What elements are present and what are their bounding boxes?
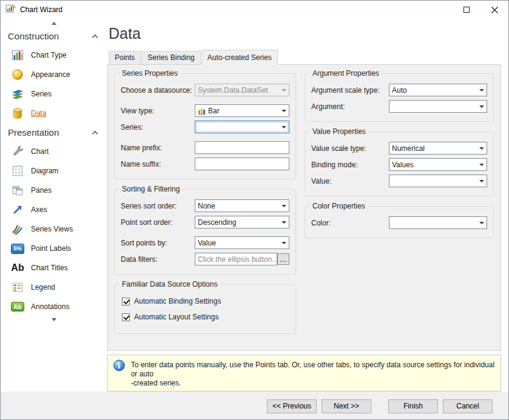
sort-by-combo[interactable]: Value xyxy=(195,236,289,249)
view-type-combo[interactable]: Bar xyxy=(195,104,289,117)
sidebar-item-label: Panes xyxy=(31,186,52,195)
previous-button[interactable]: << Previous xyxy=(267,399,317,413)
tab-points[interactable]: Points xyxy=(109,51,141,65)
point-labels-badge: 5% xyxy=(13,245,21,252)
binding-mode-combo[interactable]: Values xyxy=(389,158,487,171)
sidebar-item-legend[interactable]: Legend xyxy=(1,278,107,297)
name-prefix-input[interactable] xyxy=(195,141,289,154)
series-combo[interactable] xyxy=(195,121,289,133)
window-body: Construction Chart Type Appearance xyxy=(1,19,508,392)
annotations-icon-text: Ab xyxy=(13,304,21,310)
value-scale-label: Value scale type: xyxy=(311,144,389,153)
info-text-line2: -created series. xyxy=(131,379,181,387)
sidebar-item-chart-type[interactable]: Chart Type xyxy=(1,45,107,65)
data-icon xyxy=(10,106,25,121)
dropdown-icon xyxy=(477,175,487,187)
argument-row: Argument: xyxy=(311,100,487,113)
series-views-icon xyxy=(10,222,25,236)
sidebar-item-chart-titles[interactable]: Ab Chart Titles xyxy=(1,258,107,278)
sidebar-item-point-labels[interactable]: 5% Point Labels xyxy=(1,239,107,258)
cancel-button[interactable]: Cancel xyxy=(443,399,493,413)
sidebar-item-label: Annotations xyxy=(31,302,69,311)
sidebar-item-series[interactable]: Series xyxy=(1,84,107,104)
chart-wizard-app-icon xyxy=(5,4,16,16)
scroll-down-icon xyxy=(52,318,56,321)
maximize-icon xyxy=(463,7,470,13)
series-sort-combo[interactable]: None xyxy=(195,199,289,212)
automatic-binding-checkbox[interactable] xyxy=(122,298,130,305)
sidebar-item-panes[interactable]: Panes xyxy=(1,181,107,200)
argument-scale-row: Argument scale type: Auto xyxy=(311,84,487,96)
close-button[interactable] xyxy=(480,1,508,19)
series-icon xyxy=(10,87,25,101)
dropdown-icon xyxy=(477,142,487,154)
sidebar-item-series-views[interactable]: Series Views xyxy=(1,219,107,239)
dropdown-icon xyxy=(279,105,289,116)
data-filters-box[interactable]: Click the ellipsis button… xyxy=(195,253,277,265)
datasource-value: System.Data.DataSet xyxy=(198,86,268,95)
name-prefix-label: Name prefix: xyxy=(121,144,195,152)
value-combo[interactable] xyxy=(389,175,487,187)
sidebar-item-data[interactable]: Data xyxy=(1,104,107,123)
series-sort-label: Series sort order: xyxy=(121,202,195,210)
wrench-icon xyxy=(10,144,25,159)
dropdown-icon xyxy=(477,101,487,112)
binding-mode-label: Binding mode: xyxy=(311,161,389,169)
maximize-button[interactable] xyxy=(453,1,480,19)
sidebar-item-label: Data xyxy=(31,109,46,118)
group-title: Value Properties xyxy=(310,127,368,136)
sort-by-value: Value xyxy=(198,239,216,247)
info-bar: To enter data points manually, use the P… xyxy=(107,355,501,392)
group-title: Sorting & Filtering xyxy=(120,185,182,193)
dropdown-icon xyxy=(279,200,289,212)
chart-type-icon xyxy=(10,48,25,62)
data-filters-label: Data filters: xyxy=(121,255,195,264)
section-presentation[interactable]: Presentation xyxy=(1,123,107,142)
section-construction[interactable]: Construction xyxy=(1,27,107,45)
tab-auto-created-series[interactable]: Auto-created Series xyxy=(201,50,278,65)
window-title: Chart Wizard xyxy=(20,5,62,14)
titlebar: Chart Wizard xyxy=(1,1,508,19)
sidebar-item-annotations[interactable]: Ab Annotations xyxy=(1,297,107,316)
appearance-icon xyxy=(10,67,25,82)
series-sort-row: Series sort order: None xyxy=(121,199,289,212)
name-suffix-input[interactable] xyxy=(195,158,289,170)
next-button[interactable]: Next >> xyxy=(322,399,371,413)
dropdown-icon xyxy=(279,216,289,228)
sidebar-scroll-down[interactable] xyxy=(1,316,107,323)
sidebar-item-label: Point Labels xyxy=(31,244,71,253)
value-scale-combo[interactable]: Numerical xyxy=(389,142,487,155)
color-combo[interactable] xyxy=(389,216,487,229)
ellipsis-button[interactable]: … xyxy=(277,253,289,265)
tab-series-binding[interactable]: Series Binding xyxy=(141,51,200,65)
point-sort-value: Descending xyxy=(198,218,236,227)
sidebar-scroll-up[interactable] xyxy=(1,20,107,27)
sort-by-label: Sort points by: xyxy=(121,239,195,247)
argument-scale-combo[interactable]: Auto xyxy=(389,84,487,96)
sidebar-item-appearance[interactable]: Appearance xyxy=(1,65,107,84)
chart-titles-icon: Ab xyxy=(10,261,25,275)
view-type-label: View type: xyxy=(121,107,195,115)
point-sort-combo[interactable]: Descending xyxy=(195,216,289,228)
dropdown-icon xyxy=(477,217,487,228)
automatic-layout-checkbox[interactable] xyxy=(122,313,130,321)
argument-scale-value: Auto xyxy=(392,86,407,95)
sidebar-item-label: Chart Titles xyxy=(31,264,68,272)
name-suffix-row: Name suffix: xyxy=(121,158,289,170)
sidebar-item-diagram[interactable]: Diagram xyxy=(1,161,107,181)
finish-button[interactable]: Finish xyxy=(388,399,438,413)
argument-combo[interactable] xyxy=(389,100,487,113)
automatic-binding-label: Automatic Binding Settings xyxy=(134,297,221,305)
view-type-value: Bar xyxy=(208,107,220,115)
sidebar-item-chart[interactable]: Chart xyxy=(1,142,107,161)
value-label: Value: xyxy=(311,177,389,185)
group-title: Argument Properties xyxy=(310,69,382,78)
legend-icon xyxy=(10,280,25,295)
binding-mode-row: Binding mode: Values xyxy=(311,158,487,171)
chevron-up-icon xyxy=(92,34,98,40)
automatic-layout-row: Automatic Layout Settings xyxy=(122,313,289,321)
info-text-line1: To enter data points manually, use the P… xyxy=(131,361,494,378)
sidebar-item-axes[interactable]: Axes xyxy=(1,200,107,219)
point-sort-row: Point sort order: Descending xyxy=(121,216,289,228)
argument-label: Argument: xyxy=(311,102,389,111)
